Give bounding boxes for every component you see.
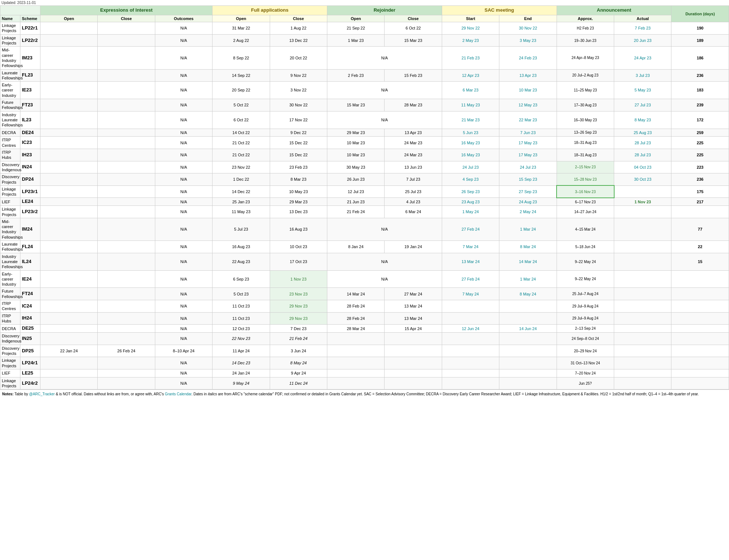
cell-duration <box>671 377 729 389</box>
cell-full-open: 25 Jan 23 <box>213 198 270 206</box>
cell-ann-actual <box>614 241 671 253</box>
sac-end-link[interactable]: 15 Sep 23 <box>519 177 537 181</box>
sac-end-link[interactable]: 22 Mar 23 <box>519 118 537 122</box>
cell-scheme: IL23 <box>20 111 40 129</box>
sac-end-link[interactable]: 24 Feb 23 <box>519 56 537 60</box>
sac-end-link[interactable]: 17 May 23 <box>519 141 537 145</box>
sac-start-link[interactable]: 16 May 23 <box>461 153 480 157</box>
ann-actual-link[interactable]: 04 Oct 23 <box>634 165 651 169</box>
cell-eoi-open <box>40 161 98 173</box>
cell-full-close: 10 Oct 23 <box>270 241 327 253</box>
sac-end-link[interactable]: 13 Apr 23 <box>519 73 537 78</box>
sac-end-link[interactable]: 1 Mar 24 <box>520 227 536 231</box>
ann-actual-link[interactable]: 7 Feb 23 <box>635 26 651 30</box>
cell-ann-approx: 24 Sep–8 Oct 24 <box>557 333 614 345</box>
sac-end-link[interactable]: 17 May 23 <box>519 153 537 157</box>
cell-rej-open <box>327 345 385 357</box>
arc-tracker-link[interactable]: @ARC_Tracker <box>29 392 55 396</box>
cell-eoi-outcomes: N/A <box>155 185 212 198</box>
cell-eoi-close <box>98 161 155 173</box>
sac-start-link[interactable]: 24 Jul 23 <box>463 165 479 169</box>
sac-end-link[interactable]: 7 Jun 23 <box>520 130 535 135</box>
ann-actual-link[interactable]: 8 May 23 <box>635 118 651 122</box>
hdr-full: Full applications <box>213 6 327 15</box>
hdr-eoi: Expressions of Interest <box>40 6 213 15</box>
sac-end-link[interactable]: 3 May 23 <box>520 38 536 43</box>
sac-start-link[interactable]: 12 Jun 24 <box>462 326 479 331</box>
sac-start-link[interactable]: 1 May 24 <box>462 209 479 214</box>
sac-end-link[interactable]: 24 Aug 23 <box>519 200 537 204</box>
cell-full-close: 10 May 23 <box>270 185 327 198</box>
cell-eoi-open <box>40 129 98 137</box>
ann-actual-link[interactable]: 24 Apr 23 <box>634 56 651 60</box>
cell-rej-close: 7 Jul 23 <box>385 173 442 186</box>
sac-start-link[interactable]: 27 Feb 24 <box>461 227 480 231</box>
cell-sac-start: 27 Feb 24 <box>442 270 499 288</box>
cell-eoi-open <box>40 357 98 369</box>
sac-end-link[interactable]: 1 Mar 24 <box>520 277 536 281</box>
sac-start-link[interactable]: 5 Jun 23 <box>463 130 478 135</box>
ann-actual-link[interactable]: 27 Jul 23 <box>635 103 651 107</box>
cell-scheme: IM24 <box>20 218 40 240</box>
cell-name: LIEF <box>0 198 20 206</box>
cell-scheme: FL23 <box>20 69 40 82</box>
sac-end-link[interactable]: 8 Mar 24 <box>520 244 536 249</box>
cell-full-open: 24 Jan 24 <box>213 369 270 377</box>
sac-start-link[interactable]: 12 Apr 23 <box>462 73 479 78</box>
grants-calendar-link[interactable]: Grants Calendar <box>165 392 191 396</box>
sac-start-link[interactable]: 21 Mar 23 <box>461 118 480 122</box>
cell-name: ITRP Centres <box>0 300 20 313</box>
sac-start-link[interactable]: 2 May 23 <box>462 38 479 43</box>
ann-actual-link[interactable]: 20 Jun 23 <box>634 38 651 43</box>
sac-end-link[interactable]: 14 Mar 24 <box>519 259 537 264</box>
sac-end-link[interactable]: 30 Nov 22 <box>519 26 537 30</box>
subhdr-name: Name <box>0 15 20 22</box>
cell-full-open: 22 Nov 23 <box>213 333 270 345</box>
sac-start-link[interactable]: 13 Mar 24 <box>461 259 480 264</box>
sac-start-link[interactable]: 27 Feb 24 <box>461 277 480 281</box>
ann-actual-link[interactable]: 30 Oct 23 <box>634 177 651 181</box>
sac-start-link[interactable]: 23 Aug 23 <box>461 200 480 204</box>
cell-full-close: 29 Nov 23 <box>270 312 327 325</box>
sac-start-link[interactable]: 4 Sep 23 <box>463 177 479 181</box>
sac-start-link[interactable]: 26 Sep 23 <box>461 189 480 194</box>
sac-end-link[interactable]: 8 May 24 <box>520 292 536 296</box>
ann-actual-link[interactable]: 5 May 23 <box>635 88 651 92</box>
sac-end-link[interactable]: 12 May 23 <box>519 103 537 107</box>
cell-eoi-outcomes: N/A <box>155 300 212 313</box>
cell-sac-start: 7 Mar 24 <box>442 241 499 253</box>
sac-end-link[interactable]: 10 Mar 23 <box>519 88 537 92</box>
sac-end-link[interactable]: 27 Sep 23 <box>519 189 537 194</box>
sac-end-link[interactable]: 14 Jun 24 <box>519 326 537 331</box>
cell-ann-actual <box>614 345 671 357</box>
cell-ann-approx: 2–15 Nov 23 <box>557 161 614 173</box>
cell-eoi-close <box>98 206 155 218</box>
sac-end-link[interactable]: 2 May 24 <box>520 209 536 214</box>
cell-ann-approx: 17–30 Aug 23 <box>557 99 614 111</box>
sac-start-link[interactable]: 11 May 23 <box>461 103 480 107</box>
cell-duration: 183 <box>671 82 729 99</box>
sac-end-link[interactable]: 24 Jul 23 <box>520 165 536 169</box>
sac-start-link[interactable]: 7 Mar 24 <box>463 244 478 249</box>
ann-actual-link[interactable]: 28 Jul 23 <box>635 153 651 157</box>
ann-actual-link[interactable]: 3 Jul 23 <box>636 73 650 78</box>
sac-start-link[interactable]: 29 Nov 22 <box>461 26 480 30</box>
cell-sac-start <box>442 312 499 325</box>
sac-start-link[interactable]: 6 Mar 23 <box>463 88 478 92</box>
cell-ann-actual <box>614 288 671 300</box>
cell-full-open: 11 Apr 24 <box>213 345 270 357</box>
cell-sac-start: 29 Nov 22 <box>442 22 499 35</box>
ann-actual-link[interactable]: 28 Jul 23 <box>635 141 651 145</box>
ann-actual-link[interactable]: 25 Aug 23 <box>634 130 652 135</box>
cell-eoi-outcomes: N/A <box>155 111 212 129</box>
cell-ann-approx: 4–15 Mar 24 <box>557 218 614 240</box>
cell-rej-close <box>385 357 442 369</box>
ann-actual-link[interactable]: 1 Nov 23 <box>635 200 651 204</box>
cell-full-open: 14 Dec 23 <box>213 357 270 369</box>
sac-start-link[interactable]: 7 May 24 <box>462 292 479 296</box>
table-row: ITRP HubsIH23N/A21 Oct 2215 Dec 2210 Mar… <box>0 149 729 161</box>
cell-full-close: 13 Dec 23 <box>270 206 327 218</box>
sac-start-link[interactable]: 21 Feb 23 <box>461 56 480 60</box>
cell-rej-close: 15 Mar 23 <box>385 34 442 47</box>
sac-start-link[interactable]: 16 May 23 <box>461 141 480 145</box>
